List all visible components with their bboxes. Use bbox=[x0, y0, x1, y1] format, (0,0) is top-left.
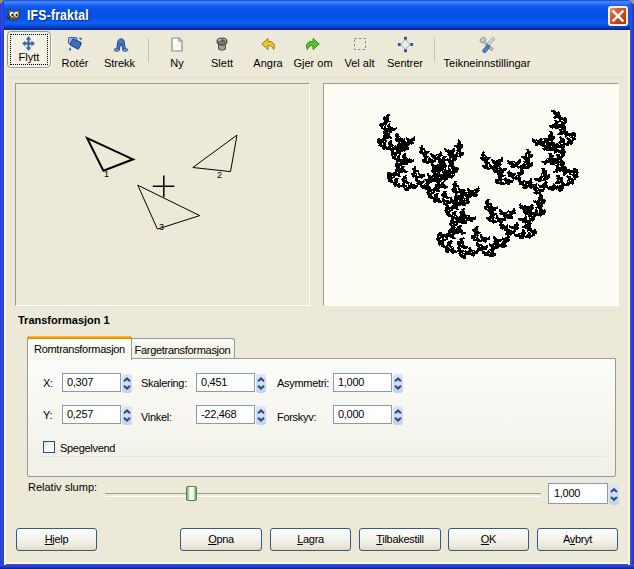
svg-text:2: 2 bbox=[217, 170, 222, 180]
svg-text:3: 3 bbox=[159, 222, 164, 232]
svg-text:1: 1 bbox=[104, 169, 109, 179]
